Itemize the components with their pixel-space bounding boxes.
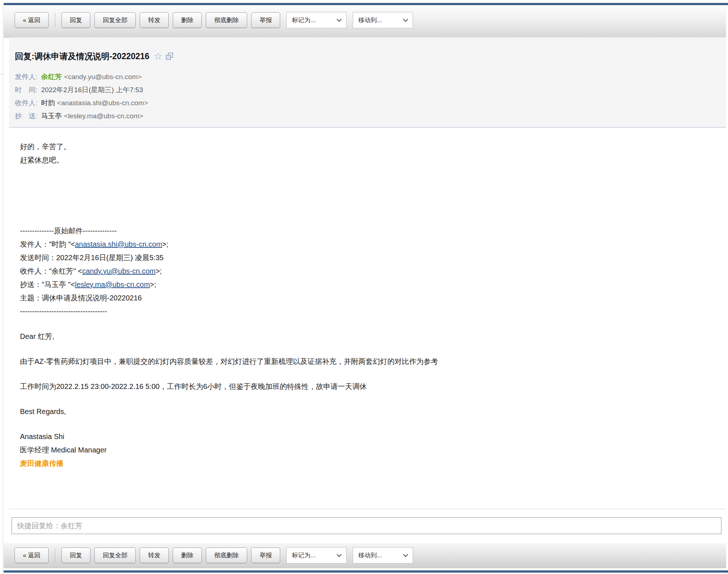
from-row: 发件人:余红芳<candy.yu@ubs-cn.com> bbox=[15, 70, 726, 83]
delete-completely-button[interactable]: 彻底删除 bbox=[206, 548, 247, 563]
quote-to-prefix: 收件人："余红芳" < bbox=[20, 267, 82, 275]
quote-to-suffix: >; bbox=[156, 267, 162, 275]
quote-divider: ------------------------------------ bbox=[20, 305, 706, 318]
body-spacer bbox=[20, 167, 706, 224]
to-name: 时韵 bbox=[41, 99, 55, 107]
reply-all-button[interactable]: 回复全部 bbox=[94, 548, 136, 563]
quote-from-line: 发件人："时韵 "<anastasia.shi@ubs-cn.com>; bbox=[20, 238, 706, 251]
mail-header-fields: 发件人:余红芳<candy.yu@ubs-cn.com> 时 间:2022年2月… bbox=[15, 70, 726, 123]
signature-company: 麦田健康传播 bbox=[20, 457, 706, 470]
cc-label: 抄 送: bbox=[15, 112, 37, 120]
top-toolbar: « 返回 回复 回复全部 转发 删除 彻底删除 举报 标记为... 移动到... bbox=[4, 5, 726, 38]
quote-from-prefix: 发件人："时韵 "< bbox=[20, 240, 75, 248]
quote-from-suffix: >; bbox=[162, 240, 168, 248]
body-line: 赶紧休息吧。 bbox=[20, 153, 706, 167]
mail-body: 好的，辛苦了。 赶紧休息吧。 --------------原始邮件-------… bbox=[0, 128, 728, 470]
forward-button[interactable]: 转发 bbox=[140, 12, 169, 28]
quote-header: --------------原始邮件-------------- bbox=[20, 224, 706, 238]
body-spacer bbox=[20, 318, 706, 330]
mark-as-dropdown-label: 标记为... bbox=[292, 551, 315, 559]
chevron-down-icon bbox=[403, 554, 408, 557]
quick-reply-input[interactable] bbox=[12, 517, 721, 534]
to-email: <anastasia.shi@ubs-cn.com> bbox=[57, 99, 148, 107]
time-row: 时 间:2022年2月16日(星期三) 上午7:53 bbox=[15, 83, 726, 97]
time-label: 时 间: bbox=[15, 86, 37, 94]
move-to-dropdown[interactable]: 移动到... bbox=[353, 12, 413, 28]
signature-title: 医学经理 Medical Manager bbox=[20, 443, 706, 457]
mail-header: 回复:调休申请及情况说明-20220216 ☆ 发件人:余红芳<candy.yu… bbox=[9, 37, 726, 128]
forward-button[interactable]: 转发 bbox=[140, 548, 169, 563]
left-frame-tick bbox=[0, 74, 3, 74]
chevron-down-icon bbox=[336, 554, 342, 557]
move-to-dropdown-label: 移动到... bbox=[358, 551, 382, 559]
toolbar-separator bbox=[55, 548, 55, 563]
reply-all-button[interactable]: 回复全部 bbox=[94, 12, 136, 28]
report-button[interactable]: 举报 bbox=[251, 12, 280, 28]
cc-email: <lesley.ma@ubs-cn.com> bbox=[64, 112, 143, 120]
back-button[interactable]: « 返回 bbox=[15, 12, 49, 28]
mail-subject: 回复:调休申请及情况说明-20220216 bbox=[15, 50, 150, 62]
from-label: 发件人: bbox=[15, 73, 37, 81]
from-email: <candy.yu@ubs-cn.com> bbox=[64, 73, 142, 81]
top-toolbar-buttons: « 返回 回复 回复全部 转发 删除 彻底删除 举报 标记为... 移动到... bbox=[4, 5, 726, 28]
body-spacer bbox=[20, 418, 706, 430]
quote-cc-prefix: 抄送："马玉亭 "< bbox=[20, 280, 75, 288]
toolbar-separator bbox=[55, 13, 55, 28]
paragraph-2: 工作时间为2022.2.15 23:00-2022.2.16 5:00，工作时长… bbox=[20, 380, 706, 393]
reply-divider bbox=[9, 509, 726, 509]
to-row: 收件人:时韵<anastasia.shi@ubs-cn.com> bbox=[15, 97, 726, 110]
subject-row: 回复:调休申请及情况说明-20220216 ☆ bbox=[15, 50, 726, 62]
body-spacer bbox=[20, 368, 706, 380]
chevron-down-icon bbox=[336, 19, 342, 22]
reply-button[interactable]: 回复 bbox=[61, 548, 90, 563]
mark-as-dropdown-label: 标记为... bbox=[292, 16, 315, 24]
bottom-blue-bar bbox=[4, 570, 728, 573]
delete-button[interactable]: 删除 bbox=[173, 548, 202, 563]
chevron-down-icon bbox=[403, 19, 408, 22]
from-name: 余红芳 bbox=[41, 73, 62, 81]
mark-as-dropdown[interactable]: 标记为... bbox=[286, 547, 347, 563]
move-to-dropdown-label: 移动到... bbox=[358, 16, 382, 24]
paragraph-1: 由于AZ-零售药师幻灯项目中，兼职提交的幻灯内容质量较差，对幻灯进行了重新梳理以… bbox=[20, 355, 706, 368]
time-value: 2022年2月16日(星期三) 上午7:53 bbox=[41, 86, 143, 94]
body-line: 好的，辛苦了。 bbox=[20, 140, 706, 153]
popout-window-icon[interactable] bbox=[165, 52, 173, 60]
delete-completely-button[interactable]: 彻底删除 bbox=[206, 12, 247, 28]
quote-to-email-link[interactable]: candy.yu@ubs-cn.com bbox=[82, 267, 155, 275]
star-icon[interactable]: ☆ bbox=[154, 51, 163, 61]
quote-cc-line: 抄送："马玉亭 "<lesley.ma@ubs-cn.com>; bbox=[20, 278, 706, 291]
quote-from-email-link[interactable]: anastasia.shi@ubs-cn.com bbox=[75, 240, 162, 248]
bottom-toolbar: « 返回 回复 回复全部 转发 删除 彻底删除 举报 标记为... 移动到... bbox=[4, 543, 726, 568]
cc-row: 抄 送:马玉亭<lesley.ma@ubs-cn.com> bbox=[15, 110, 726, 123]
greeting-line: Dear 红芳, bbox=[20, 330, 706, 343]
move-to-dropdown[interactable]: 移动到... bbox=[353, 547, 413, 563]
signature-name: Anastasia Shi bbox=[20, 430, 706, 443]
body-spacer bbox=[20, 393, 706, 405]
quote-sent-time-line: 发送时间：2022年2月16日(星期三) 凌晨5:35 bbox=[20, 251, 706, 265]
mail-read-page: « 返回 回复 回复全部 转发 删除 彻底删除 举报 标记为... 移动到... bbox=[0, 0, 728, 574]
reply-button[interactable]: 回复 bbox=[61, 12, 90, 28]
body-spacer bbox=[20, 343, 706, 355]
closing-line: Best Regards, bbox=[20, 405, 706, 418]
quote-cc-suffix: >; bbox=[150, 280, 156, 288]
bottom-toolbar-buttons: « 返回 回复 回复全部 转发 删除 彻底删除 举报 标记为... 移动到... bbox=[4, 543, 726, 563]
cc-name: 马玉亭 bbox=[41, 112, 62, 120]
quote-subject-line: 主题：调休申请及情况说明-20220216 bbox=[20, 291, 706, 305]
back-button[interactable]: « 返回 bbox=[15, 548, 49, 563]
mark-as-dropdown[interactable]: 标记为... bbox=[286, 12, 347, 28]
to-label: 收件人: bbox=[15, 99, 37, 107]
quote-to-line: 收件人："余红芳" <candy.yu@ubs-cn.com>; bbox=[20, 265, 706, 278]
delete-button[interactable]: 删除 bbox=[173, 12, 202, 28]
quote-cc-email-link[interactable]: lesley.ma@ubs-cn.com bbox=[75, 280, 150, 288]
report-button[interactable]: 举报 bbox=[251, 548, 280, 563]
